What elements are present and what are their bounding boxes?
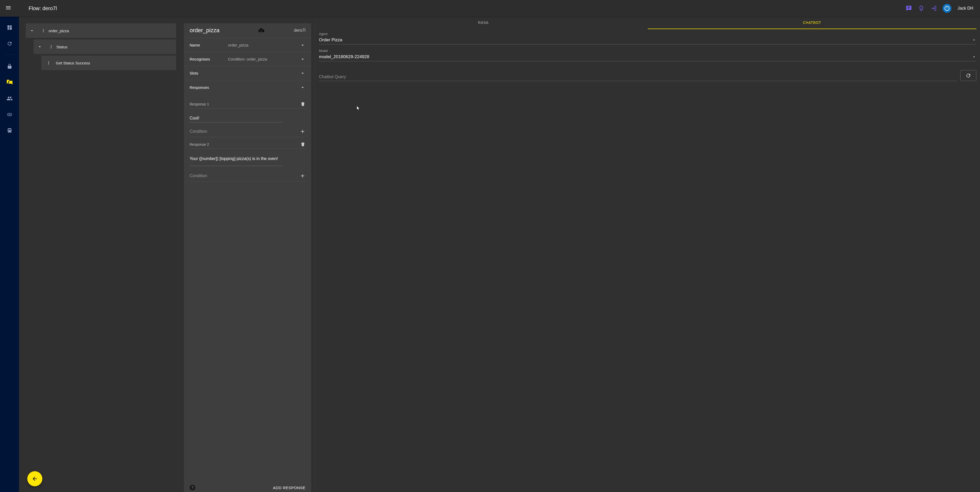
username: Jack DH <box>958 6 973 11</box>
chevron-down-icon <box>300 42 305 48</box>
delete-icon[interactable] <box>300 102 305 107</box>
chat-icon[interactable] <box>905 5 912 12</box>
model-select[interactable]: model_20180629-224928 <box>319 53 976 61</box>
right-panel: RASA CHATBOT Agent Order Pizza Model mod… <box>315 17 980 492</box>
detail-panel: order_pizza dero7l Name order_pizza <box>180 17 315 492</box>
tab-chatbot[interactable]: CHATBOT <box>648 17 977 29</box>
model-label: Model <box>319 49 976 53</box>
agent-select[interactable]: Order Pizza <box>319 37 976 45</box>
back-fab[interactable] <box>27 471 42 486</box>
sidebar-train-icon[interactable] <box>4 125 15 136</box>
sidebar-link-icon[interactable] <box>4 109 15 120</box>
flow-tree: order_pizza Status Get Status Success <box>19 17 180 492</box>
acc-name[interactable]: Name order_pizza <box>184 38 311 52</box>
menu-icon[interactable] <box>5 5 13 12</box>
response-1-label: Response 1 <box>189 102 209 106</box>
chatbot-query-input[interactable] <box>319 73 957 81</box>
chevron-down-icon <box>972 38 976 42</box>
acc-slots[interactable]: Slots <box>184 66 311 80</box>
help-icon[interactable]: ? <box>189 485 195 490</box>
appbar-actions: Jack DH <box>905 4 975 13</box>
acc-responses[interactable]: Responses <box>184 80 311 94</box>
agent-value: Order Pizza <box>319 37 342 43</box>
more-vert-icon[interactable] <box>41 61 56 65</box>
sidebar-people-icon[interactable] <box>4 93 15 104</box>
acc-name-label: Name <box>189 43 228 47</box>
acc-recognises-value: Condition: order_pizza <box>228 57 300 61</box>
acc-name-value: order_pizza <box>228 43 300 47</box>
more-vert-icon[interactable] <box>46 45 56 49</box>
page-title: Flow: dero7l <box>29 5 57 11</box>
response-2-condition-input[interactable] <box>189 172 295 180</box>
more-vert-icon[interactable] <box>38 28 49 33</box>
chevron-down-icon <box>300 70 305 76</box>
tab-rasa[interactable]: RASA <box>319 17 648 29</box>
tree-node-root[interactable]: order_pizza <box>26 23 176 38</box>
cloud-done-icon <box>258 27 265 34</box>
detail-flow-tag: dero7l <box>294 28 305 33</box>
model-value: model_20180629-224928 <box>319 54 369 59</box>
acc-recognises[interactable]: Recognises Condition: order_pizza <box>184 52 311 66</box>
app-bar: Flow: dero7l Jack DH <box>0 0 980 17</box>
chevron-up-icon <box>300 84 305 90</box>
lightbulb-icon[interactable] <box>918 5 925 12</box>
chevron-down-icon <box>972 54 976 59</box>
exit-icon[interactable] <box>930 5 937 12</box>
response-1-text-input[interactable] <box>189 115 283 123</box>
agent-label: Agent <box>319 32 976 36</box>
refresh-button[interactable] <box>960 70 976 81</box>
chevron-down-icon[interactable] <box>26 28 38 33</box>
tree-node-leaf[interactable]: Get Status Success <box>41 56 176 70</box>
chevron-down-icon[interactable] <box>33 44 46 49</box>
response-2-text-input[interactable] <box>189 155 283 166</box>
delete-icon[interactable] <box>300 142 305 147</box>
response-1: Response 1 <box>189 102 305 137</box>
acc-responses-label: Responses <box>189 85 228 90</box>
tree-node-label: Get Status Success <box>56 61 90 65</box>
tree-node-status[interactable]: Status <box>33 40 176 54</box>
sidebar-lock-icon[interactable] <box>4 61 15 72</box>
avatar[interactable] <box>943 4 951 13</box>
add-icon[interactable] <box>300 129 305 135</box>
right-tabs: RASA CHATBOT <box>319 17 976 29</box>
acc-slots-label: Slots <box>189 71 228 75</box>
response-2-label: Response 2 <box>189 142 209 146</box>
sidebar-refresh-icon[interactable] <box>4 38 15 49</box>
sidebar-dashboard-icon[interactable] <box>4 22 15 33</box>
detail-title: order_pizza <box>189 27 220 34</box>
add-response-button[interactable]: ADD RESPONSE <box>273 486 305 490</box>
response-2: Response 2 <box>189 142 305 182</box>
acc-recognises-label: Recognises <box>189 57 228 61</box>
responses-body: Response 1 <box>184 94 311 182</box>
tree-node-label: Status <box>56 45 68 49</box>
chevron-down-icon <box>300 56 305 62</box>
tree-node-label: order_pizza <box>49 29 69 33</box>
response-1-condition-input[interactable] <box>189 128 295 135</box>
left-sidebar <box>0 17 19 492</box>
sidebar-qa-icon[interactable] <box>4 76 15 88</box>
add-icon[interactable] <box>300 173 305 180</box>
sidebar-divider <box>4 54 15 55</box>
